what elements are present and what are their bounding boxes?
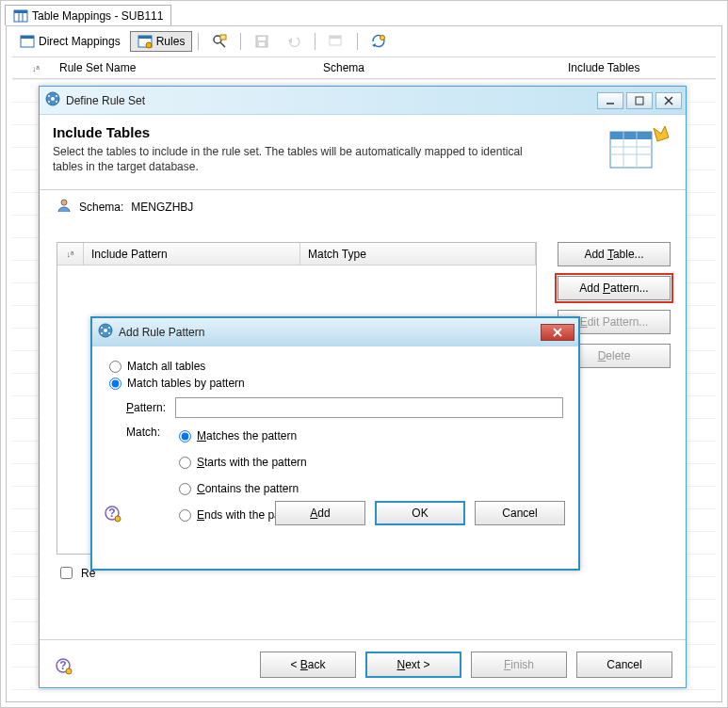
svg-point-44 bbox=[108, 327, 110, 329]
table-mapping-icon bbox=[13, 8, 28, 24]
toolbar-separator bbox=[198, 33, 199, 50]
sort-indicator[interactable]: ↓ª bbox=[12, 61, 59, 74]
search-icon bbox=[212, 34, 227, 49]
opt-starts-row[interactable]: Starts with the pattern bbox=[179, 456, 307, 469]
save-icon bbox=[254, 34, 269, 49]
svg-rect-13 bbox=[258, 37, 266, 40]
editor-tab-title: Table Mappings - SUB111 bbox=[32, 9, 163, 23]
svg-rect-1 bbox=[14, 10, 27, 13]
add-button[interactable]: Add bbox=[275, 501, 365, 525]
svg-point-21 bbox=[51, 97, 55, 101]
direct-mappings-label: Direct Mappings bbox=[39, 35, 121, 48]
undo-icon bbox=[286, 34, 301, 49]
table-check-icon bbox=[329, 34, 344, 49]
editor-tab[interactable]: Table Mappings - SUB111 bbox=[5, 5, 171, 25]
rules-button[interactable]: Rules bbox=[130, 31, 193, 52]
close-button[interactable] bbox=[655, 92, 682, 109]
svg-rect-27 bbox=[636, 97, 643, 105]
svg-rect-31 bbox=[610, 132, 652, 139]
match-all-radio[interactable] bbox=[109, 361, 121, 373]
cancel-button[interactable]: Cancel bbox=[475, 501, 565, 525]
opt-matches-radio[interactable] bbox=[179, 430, 191, 442]
svg-point-40 bbox=[66, 668, 72, 674]
dialog-icon bbox=[45, 91, 60, 109]
wizard-banner: Include Tables Select the tables to incl… bbox=[40, 115, 686, 189]
dialog-icon bbox=[98, 323, 113, 341]
refresh-button[interactable] bbox=[364, 31, 394, 52]
save-button[interactable] bbox=[247, 31, 277, 52]
help-icon[interactable]: ? bbox=[104, 505, 122, 523]
svg-point-51 bbox=[115, 516, 121, 522]
svg-text:?: ? bbox=[108, 507, 115, 520]
maximize-button[interactable] bbox=[626, 92, 653, 109]
banner-description: Select the tables to include in the rule… bbox=[53, 144, 533, 174]
toolbar-separator bbox=[357, 33, 358, 50]
direct-mappings-button[interactable]: Direct Mappings bbox=[12, 31, 128, 52]
pattern-input[interactable] bbox=[175, 397, 563, 418]
match-by-radio[interactable] bbox=[109, 378, 121, 390]
pattern-field-row: Pattern: bbox=[126, 397, 563, 418]
pattern-table-header: ↓ª Include Pattern Match Type bbox=[57, 243, 536, 266]
col-rule-set-name[interactable]: Rule Set Name bbox=[59, 61, 323, 74]
dialog-title: Define Rule Set bbox=[66, 94, 145, 107]
add-table-button[interactable]: Add Table... bbox=[558, 242, 671, 266]
col-match-type[interactable]: Match Type bbox=[300, 243, 536, 265]
validate-button[interactable] bbox=[321, 31, 351, 52]
toolbar: Direct Mappings Rules bbox=[12, 30, 394, 53]
svg-rect-14 bbox=[259, 42, 265, 46]
finish-button[interactable]: Finish bbox=[471, 652, 567, 678]
match-by-radio-row[interactable]: Match tables by pattern bbox=[109, 377, 563, 390]
rules-label: Rules bbox=[156, 35, 186, 48]
svg-point-45 bbox=[101, 332, 103, 334]
opt-ends-radio[interactable] bbox=[179, 509, 191, 522]
match-all-label: Match all tables bbox=[127, 360, 205, 373]
pattern-label: Pattern: bbox=[126, 401, 166, 414]
svg-rect-11 bbox=[220, 35, 226, 40]
ok-button[interactable]: OK bbox=[375, 501, 465, 525]
match-all-radio-row[interactable]: Match all tables bbox=[109, 360, 563, 373]
add-pattern-button[interactable]: Add Pattern... bbox=[558, 276, 671, 300]
close-button[interactable] bbox=[541, 324, 574, 341]
svg-rect-7 bbox=[138, 36, 152, 39]
svg-rect-17 bbox=[330, 36, 341, 39]
opt-matches-row[interactable]: Matches the pattern bbox=[179, 429, 307, 442]
sort-indicator[interactable]: ↓ª bbox=[57, 243, 84, 265]
schema-label: Schema: bbox=[79, 201, 123, 214]
app-window: Table Mappings - SUB111 Direct Mappings … bbox=[0, 0, 728, 708]
svg-point-8 bbox=[146, 42, 152, 48]
svg-point-25 bbox=[56, 101, 57, 103]
col-schema[interactable]: Schema bbox=[323, 61, 568, 74]
add-rule-pattern-dialog: Add Rule Pattern Match all tables Match … bbox=[90, 316, 580, 571]
schema-value: MENGZHBJ bbox=[131, 201, 193, 214]
back-button[interactable]: < Back bbox=[260, 652, 356, 678]
schema-row: Schema: MENGZHBJ bbox=[40, 190, 686, 219]
separator bbox=[40, 639, 686, 640]
svg-point-37 bbox=[61, 200, 67, 205]
opt-contains-radio[interactable] bbox=[179, 483, 191, 495]
svg-point-22 bbox=[48, 95, 50, 97]
toolbar-separator bbox=[315, 33, 315, 50]
wizard-image-icon bbox=[607, 124, 672, 176]
svg-line-10 bbox=[220, 42, 225, 47]
help-icon[interactable]: ? bbox=[55, 657, 73, 676]
svg-point-43 bbox=[101, 327, 103, 329]
refresh-icon bbox=[371, 34, 386, 49]
titlebar[interactable]: Add Rule Pattern bbox=[92, 318, 578, 346]
find-button[interactable] bbox=[204, 31, 235, 52]
match-label: Match: bbox=[126, 426, 168, 525]
wizard-buttons: < Back Next > Finish Cancel bbox=[260, 652, 672, 678]
undo-button[interactable] bbox=[279, 31, 309, 52]
opt-starts-radio[interactable] bbox=[179, 457, 191, 469]
dialog-title: Add Rule Pattern bbox=[119, 326, 204, 339]
col-include-tables[interactable]: Include Tables bbox=[568, 61, 716, 74]
reorder-checkbox[interactable] bbox=[60, 567, 73, 579]
opt-contains-row[interactable]: Contains the pattern bbox=[179, 482, 307, 495]
svg-point-19 bbox=[380, 36, 385, 40]
cancel-button[interactable]: Cancel bbox=[576, 652, 672, 678]
titlebar[interactable]: Define Rule Set bbox=[40, 87, 686, 115]
col-include-pattern[interactable]: Include Pattern bbox=[84, 243, 300, 265]
match-by-label: Match tables by pattern bbox=[127, 377, 245, 390]
next-button[interactable]: Next > bbox=[365, 652, 461, 678]
svg-marker-36 bbox=[654, 126, 669, 141]
minimize-button[interactable] bbox=[597, 92, 623, 109]
